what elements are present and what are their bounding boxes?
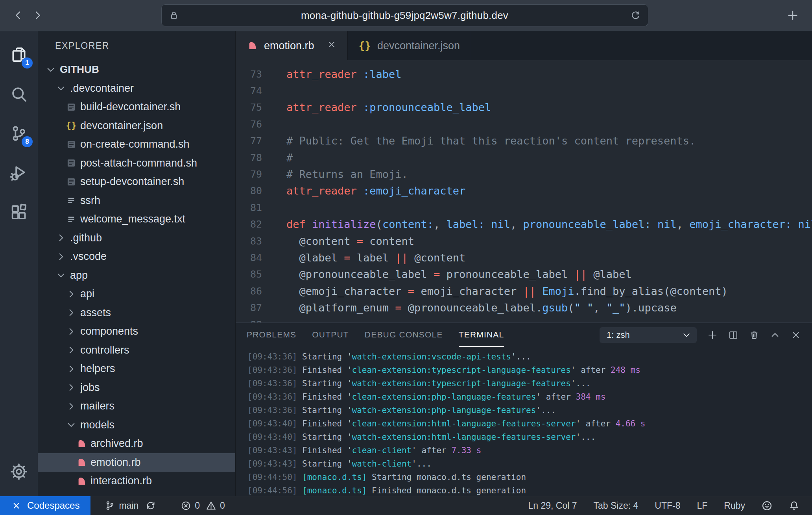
tree-item-emotion.rb[interactable]: emotion.rb [38, 453, 235, 472]
tree-item-components[interactable]: components [38, 322, 235, 341]
panel-tab-output[interactable]: OUTPUT [312, 323, 349, 347]
tree-item-.vscode[interactable]: .vscode [38, 247, 235, 266]
tree-item-label: build-devcontainer.sh [80, 101, 181, 113]
split-terminal-button[interactable] [728, 330, 738, 340]
tree-item-.github[interactable]: .github [38, 229, 235, 248]
code-line-85: 85 @pronounceable_label = pronounceable_… [236, 266, 812, 283]
chev-right-icon [66, 401, 76, 411]
activity-bar: 18 [0, 31, 38, 496]
tree-item-assets[interactable]: assets [38, 304, 235, 322]
tree-item-api[interactable]: api [38, 285, 235, 304]
code-line-79: 79# Returns an Emoji. [236, 166, 812, 182]
tree-item-setup-devcontainer.sh[interactable]: setup-devcontainer.sh [38, 172, 235, 191]
browser-window: mona-github-github-g59jpq2w5w7.github.de… [0, 0, 812, 515]
extensions-icon [10, 203, 28, 221]
codespaces-label: Codespaces [27, 500, 79, 511]
tab-emotion.rb[interactable]: emotion.rb [236, 31, 348, 60]
maximize-panel-button[interactable] [770, 330, 780, 340]
status-bell-button[interactable] [789, 500, 799, 511]
status-smiley-button[interactable] [762, 500, 772, 511]
activity-item-source-control[interactable]: 8 [0, 114, 38, 153]
terminal-line: [09:43:36] Starting 'watch-extension:php… [247, 404, 812, 417]
terminal-output[interactable]: [09:43:36] Starting 'watch-extension:vsc… [236, 347, 812, 496]
terminal-shell-select[interactable]: 1: zsh [600, 327, 697, 343]
tree-item-label: components [80, 325, 138, 337]
tree-item-label: controllers [80, 344, 129, 356]
activity-item-explorer[interactable]: 1 [0, 35, 38, 74]
chev-right-icon [66, 345, 76, 355]
code-line-87: 87 @platform_enum = @pronounceable_label… [236, 299, 812, 316]
status-tab-size-4[interactable]: Tab Size: 4 [593, 500, 638, 511]
tab-label: devcontainer.json [377, 40, 460, 52]
kill-terminal-button[interactable] [749, 330, 759, 340]
forward-button[interactable] [31, 8, 45, 22]
settings-button[interactable] [0, 458, 38, 485]
shell-icon [66, 176, 77, 187]
terminal-line: [09:43:43] Finished 'clean-client' after… [247, 444, 812, 457]
tree-item-models[interactable]: models [38, 416, 235, 435]
panel-header: PROBLEMSOUTPUTDEBUG CONSOLETERMINAL 1: z… [236, 323, 812, 347]
line-number: 84 [236, 252, 262, 263]
panel-tab-terminal[interactable]: TERMINAL [459, 323, 504, 347]
tree-item-helpers[interactable]: helpers [38, 359, 235, 378]
chev-right-icon [66, 364, 76, 374]
back-button[interactable] [11, 8, 25, 22]
workbench: 18 EXPLORER GITHUB.devcontainerbuild-dev… [0, 31, 812, 496]
line-number: 86 [236, 285, 262, 297]
line-number: 75 [236, 102, 262, 113]
json-braces-icon: {} [359, 41, 371, 51]
new-terminal-button[interactable] [707, 330, 718, 340]
tree-item-interaction.rb[interactable]: interaction.rb [38, 472, 235, 491]
status-utf-8[interactable]: UTF-8 [655, 500, 680, 511]
status-lf[interactable]: LF [697, 500, 707, 511]
terminal-line: [09:43:36] Finished 'clean-extension:typ… [247, 363, 812, 377]
line-number: 82 [236, 219, 262, 230]
tree-item-mailers[interactable]: mailers [38, 397, 235, 416]
activity-item-search[interactable] [0, 74, 38, 114]
tree-item-label: post-attach-command.sh [80, 157, 197, 169]
problems-indicator[interactable]: 0 0 [181, 500, 225, 511]
code-line-73: 73attr_reader :label [236, 66, 812, 82]
tree-item-controllers[interactable]: controllers [38, 341, 235, 360]
tree-item-.devcontainer[interactable]: .devcontainer [38, 79, 235, 98]
code-editor[interactable]: 73attr_reader :label7475attr_reader :pro… [236, 60, 812, 322]
tree-item-jobs[interactable]: jobs [38, 378, 235, 397]
chev-down-icon [46, 65, 56, 75]
code-line-81: 81 [236, 199, 812, 216]
chev-right-icon [56, 252, 66, 262]
status-ln-29-col-7[interactable]: Ln 29, Col 7 [528, 500, 577, 511]
tree-item-ssrh[interactable]: ssrh [38, 191, 235, 210]
terminal-line: [09:43:36] Starting 'watch-extension:vsc… [247, 350, 812, 363]
tree-item-archived.rb[interactable]: archived.rb [38, 434, 235, 453]
activity-item-extensions[interactable] [0, 193, 38, 232]
line-number: 74 [236, 85, 262, 96]
address-bar[interactable]: mona-github-github-g59jpq2w5w7.github.de… [161, 4, 648, 26]
panel-tab-problems[interactable]: PROBLEMS [247, 323, 296, 347]
tree-item-label: api [80, 288, 94, 300]
panel-tab-debug-console[interactable]: DEBUG CONSOLE [365, 323, 443, 347]
status-ruby[interactable]: Ruby [724, 500, 745, 511]
tree-item-GITHUB[interactable]: GITHUB [38, 60, 235, 79]
activity-item-run-debug[interactable] [0, 153, 38, 193]
chev-right-icon [66, 289, 76, 299]
tree-item-devcontainer.json[interactable]: {}devcontainer.json [38, 117, 235, 135]
code-line-78: 78# [236, 149, 812, 166]
refresh-icon[interactable] [630, 10, 641, 21]
new-tab-button[interactable] [787, 9, 799, 21]
tree-item-post-attach-command.sh[interactable]: post-attach-command.sh [38, 154, 235, 173]
tree-item-build-devcontainer.sh[interactable]: build-devcontainer.sh [38, 98, 235, 117]
chev-right-icon [56, 233, 66, 243]
tree-item-welcome_message.txt[interactable]: welcome_message.txt [38, 210, 235, 229]
codespaces-button[interactable]: Codespaces [0, 496, 90, 515]
tree-item-label: on-create-command.sh [80, 138, 190, 150]
tree-item-app[interactable]: app [38, 266, 235, 285]
tree-item-on-create-command.sh[interactable]: on-create-command.sh [38, 135, 235, 154]
close-panel-button[interactable] [791, 330, 801, 340]
tab-devcontainer.json[interactable]: {}devcontainer.json [348, 31, 471, 60]
code-line-74: 74 [236, 82, 812, 99]
tab-close-button[interactable] [327, 40, 336, 52]
branch-indicator[interactable]: main [105, 500, 156, 511]
status-bar: Codespaces main 0 0 Ln 29, Col 7Tab Size… [0, 496, 812, 515]
shell-icon [66, 102, 77, 113]
chevron-down-icon [682, 330, 691, 340]
